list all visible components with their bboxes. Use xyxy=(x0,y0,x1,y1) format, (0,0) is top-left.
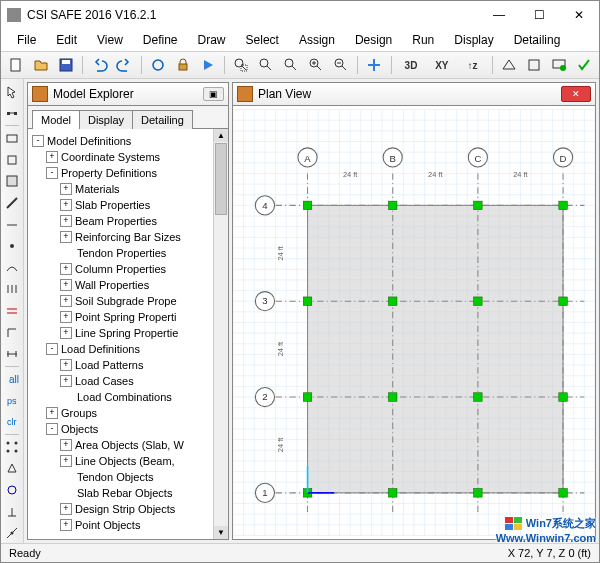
tree-node[interactable]: +Reinforcing Bar Sizes xyxy=(32,229,213,245)
expand-icon[interactable]: + xyxy=(60,231,72,243)
lock-button[interactable] xyxy=(172,53,195,77)
refresh-button[interactable] xyxy=(147,53,170,77)
expand-icon[interactable]: + xyxy=(60,215,72,227)
draw-line-tool[interactable] xyxy=(2,215,22,235)
open-button[interactable] xyxy=(30,53,53,77)
snap-mid-tool[interactable] xyxy=(2,459,22,479)
scroll-up-arrow[interactable]: ▲ xyxy=(214,129,228,142)
tz-view-button[interactable]: ↑z xyxy=(458,53,487,77)
expand-icon[interactable]: + xyxy=(60,199,72,211)
tree-node[interactable]: -Objects xyxy=(32,421,213,437)
previous-zoom-button[interactable] xyxy=(280,53,303,77)
tree-node[interactable]: +Materials xyxy=(32,181,213,197)
tree-node[interactable]: Tendon Objects xyxy=(32,469,213,485)
tree-node[interactable]: +Groups xyxy=(32,405,213,421)
snap-point-tool[interactable] xyxy=(2,437,22,457)
zoom-in-button[interactable] xyxy=(304,53,327,77)
run-button[interactable] xyxy=(196,53,219,77)
expand-icon[interactable]: + xyxy=(60,327,72,339)
pan-button[interactable] xyxy=(363,53,386,77)
object-shrink-button[interactable] xyxy=(523,53,546,77)
tree-node[interactable]: +Point Spring Properti xyxy=(32,309,213,325)
tree-node[interactable]: +Area Objects (Slab, W xyxy=(32,437,213,453)
tree-node[interactable]: +Wall Properties xyxy=(32,277,213,293)
perspective-button[interactable] xyxy=(498,53,521,77)
draw-beam-tool[interactable] xyxy=(2,193,22,213)
draw-dimension-tool[interactable] xyxy=(2,344,22,364)
expand-icon[interactable]: + xyxy=(60,375,72,387)
expand-icon[interactable]: + xyxy=(60,439,72,451)
tab-model[interactable]: Model xyxy=(32,110,80,129)
plan-view-close-button[interactable]: ✕ xyxy=(561,86,591,102)
tree-node[interactable]: +Slab Properties xyxy=(32,197,213,213)
tree-node[interactable]: +Point Objects xyxy=(32,517,213,533)
collapse-icon[interactable]: - xyxy=(46,343,58,355)
redo-button[interactable] xyxy=(113,53,136,77)
tree-node[interactable]: +Column Properties xyxy=(32,261,213,277)
maximize-button[interactable]: ☐ xyxy=(519,1,559,29)
collapse-icon[interactable]: - xyxy=(46,423,58,435)
menu-assign[interactable]: Assign xyxy=(289,30,345,50)
draw-column-tool[interactable] xyxy=(2,236,22,256)
plan-view-canvas[interactable]: ABCD432124 ft24 ft24 ft24 ft24 ft24 ft xyxy=(233,106,595,539)
pointer-tool[interactable] xyxy=(2,82,22,102)
menu-draw[interactable]: Draw xyxy=(188,30,236,50)
snap-line-tool[interactable] xyxy=(2,523,22,543)
expand-icon[interactable]: + xyxy=(60,295,72,307)
tree-scrollbar[interactable]: ▲ ▼ xyxy=(213,129,228,539)
menu-display[interactable]: Display xyxy=(444,30,503,50)
draw-slab-tool[interactable] xyxy=(2,128,22,148)
expand-icon[interactable]: + xyxy=(60,503,72,515)
tree-node[interactable]: -Load Definitions xyxy=(32,341,213,357)
clear-select-tool[interactable]: clr xyxy=(2,412,22,432)
collapse-icon[interactable]: - xyxy=(32,135,44,147)
zoom-out-button[interactable] xyxy=(329,53,352,77)
tree-node[interactable]: +Line Objects (Beam, xyxy=(32,453,213,469)
snap-perp-tool[interactable] xyxy=(2,502,22,522)
menu-design[interactable]: Design xyxy=(345,30,402,50)
set-display-button[interactable] xyxy=(547,53,570,77)
scroll-down-arrow[interactable]: ▼ xyxy=(214,526,228,539)
draw-rect-tool[interactable] xyxy=(2,150,22,170)
save-button[interactable] xyxy=(55,53,78,77)
expand-icon[interactable]: + xyxy=(60,455,72,467)
rubber-zoom-button[interactable] xyxy=(230,53,253,77)
collapse-icon[interactable]: - xyxy=(46,167,58,179)
menu-run[interactable]: Run xyxy=(402,30,444,50)
prev-select-tool[interactable]: ps xyxy=(2,391,22,411)
menu-edit[interactable]: Edit xyxy=(46,30,87,50)
check-button[interactable] xyxy=(572,53,595,77)
expand-icon[interactable]: + xyxy=(46,407,58,419)
menu-detailing[interactable]: Detailing xyxy=(504,30,571,50)
panel-restore-button[interactable]: ▣ xyxy=(203,87,224,101)
menu-define[interactable]: Define xyxy=(133,30,188,50)
snap-intersect-tool[interactable] xyxy=(2,480,22,500)
tab-display[interactable]: Display xyxy=(79,110,133,129)
tree-node[interactable]: +Soil Subgrade Prope xyxy=(32,293,213,309)
tree-node[interactable]: Tendon Properties xyxy=(32,245,213,261)
tree-node[interactable]: +Coordinate Systems xyxy=(32,149,213,165)
model-tree[interactable]: -Model Definitions+Coordinate Systems-Pr… xyxy=(28,129,213,539)
3d-view-button[interactable]: 3D xyxy=(397,53,426,77)
draw-strip-tool[interactable] xyxy=(2,280,22,300)
tree-node[interactable]: Slab Rebar Objects xyxy=(32,485,213,501)
tree-node[interactable]: +Line Spring Propertie xyxy=(32,325,213,341)
expand-icon[interactable]: + xyxy=(60,359,72,371)
scroll-thumb[interactable] xyxy=(215,143,227,215)
tree-node[interactable]: -Property Definitions xyxy=(32,165,213,181)
select-all-tool[interactable]: all xyxy=(2,369,22,389)
menu-file[interactable]: File xyxy=(7,30,46,50)
expand-icon[interactable]: + xyxy=(60,183,72,195)
tree-node[interactable]: +Load Patterns xyxy=(32,357,213,373)
draw-tendon-tool[interactable] xyxy=(2,258,22,278)
tree-node[interactable]: +Load Cases xyxy=(32,373,213,389)
expand-icon[interactable]: + xyxy=(60,311,72,323)
xy-view-button[interactable]: XY xyxy=(427,53,456,77)
full-view-button[interactable] xyxy=(255,53,278,77)
expand-icon[interactable]: + xyxy=(60,279,72,291)
expand-icon[interactable]: + xyxy=(60,263,72,275)
expand-icon[interactable]: + xyxy=(46,151,58,163)
tree-node[interactable]: -Model Definitions xyxy=(32,133,213,149)
draw-rebar-tool[interactable] xyxy=(2,301,22,321)
undo-button[interactable] xyxy=(88,53,111,77)
